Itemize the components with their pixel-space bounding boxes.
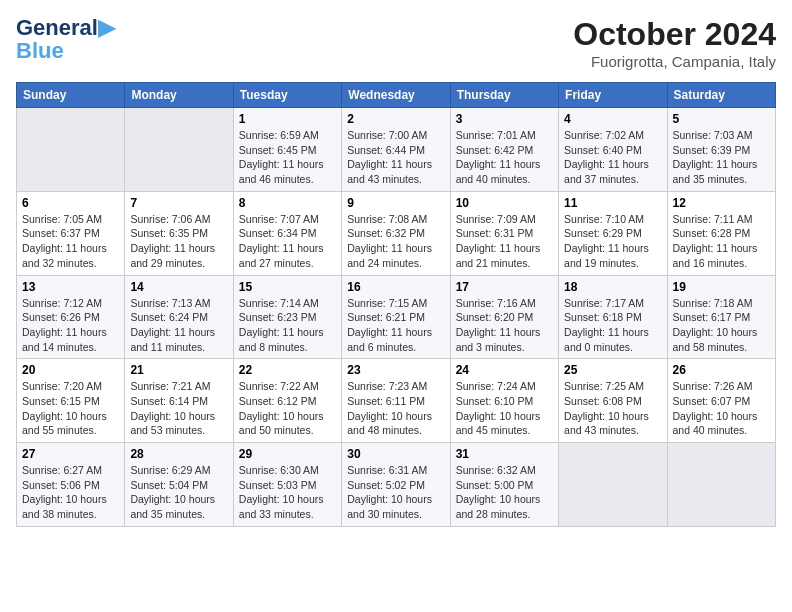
day-info: Sunrise: 6:29 AMSunset: 5:04 PMDaylight:…	[130, 463, 227, 522]
day-number: 26	[673, 363, 770, 377]
day-number: 16	[347, 280, 444, 294]
calendar-cell: 18Sunrise: 7:17 AMSunset: 6:18 PMDayligh…	[559, 275, 667, 359]
col-tuesday: Tuesday	[233, 83, 341, 108]
calendar-cell: 17Sunrise: 7:16 AMSunset: 6:20 PMDayligh…	[450, 275, 558, 359]
calendar-cell: 1Sunrise: 6:59 AMSunset: 6:45 PMDaylight…	[233, 108, 341, 192]
day-number: 10	[456, 196, 553, 210]
month-title: October 2024	[573, 16, 776, 53]
day-number: 4	[564, 112, 661, 126]
calendar-cell: 10Sunrise: 7:09 AMSunset: 6:31 PMDayligh…	[450, 191, 558, 275]
calendar-cell: 5Sunrise: 7:03 AMSunset: 6:39 PMDaylight…	[667, 108, 775, 192]
calendar-cell: 13Sunrise: 7:12 AMSunset: 6:26 PMDayligh…	[17, 275, 125, 359]
day-number: 13	[22, 280, 119, 294]
day-info: Sunrise: 7:13 AMSunset: 6:24 PMDaylight:…	[130, 296, 227, 355]
calendar-cell: 12Sunrise: 7:11 AMSunset: 6:28 PMDayligh…	[667, 191, 775, 275]
day-info: Sunrise: 6:30 AMSunset: 5:03 PMDaylight:…	[239, 463, 336, 522]
calendar-cell: 2Sunrise: 7:00 AMSunset: 6:44 PMDaylight…	[342, 108, 450, 192]
day-info: Sunrise: 7:00 AMSunset: 6:44 PMDaylight:…	[347, 128, 444, 187]
calendar-table: Sunday Monday Tuesday Wednesday Thursday…	[16, 82, 776, 527]
day-info: Sunrise: 7:16 AMSunset: 6:20 PMDaylight:…	[456, 296, 553, 355]
col-thursday: Thursday	[450, 83, 558, 108]
calendar-week-2: 6Sunrise: 7:05 AMSunset: 6:37 PMDaylight…	[17, 191, 776, 275]
calendar-cell: 4Sunrise: 7:02 AMSunset: 6:40 PMDaylight…	[559, 108, 667, 192]
col-monday: Monday	[125, 83, 233, 108]
day-info: Sunrise: 7:07 AMSunset: 6:34 PMDaylight:…	[239, 212, 336, 271]
location-title: Fuorigrotta, Campania, Italy	[573, 53, 776, 70]
calendar-cell: 24Sunrise: 7:24 AMSunset: 6:10 PMDayligh…	[450, 359, 558, 443]
day-info: Sunrise: 7:02 AMSunset: 6:40 PMDaylight:…	[564, 128, 661, 187]
day-number: 1	[239, 112, 336, 126]
calendar-cell: 28Sunrise: 6:29 AMSunset: 5:04 PMDayligh…	[125, 443, 233, 527]
col-friday: Friday	[559, 83, 667, 108]
calendar-cell: 27Sunrise: 6:27 AMSunset: 5:06 PMDayligh…	[17, 443, 125, 527]
day-number: 24	[456, 363, 553, 377]
day-info: Sunrise: 6:27 AMSunset: 5:06 PMDaylight:…	[22, 463, 119, 522]
day-info: Sunrise: 7:11 AMSunset: 6:28 PMDaylight:…	[673, 212, 770, 271]
day-info: Sunrise: 7:01 AMSunset: 6:42 PMDaylight:…	[456, 128, 553, 187]
logo: General▶ Blue	[16, 16, 115, 64]
day-number: 8	[239, 196, 336, 210]
day-info: Sunrise: 7:18 AMSunset: 6:17 PMDaylight:…	[673, 296, 770, 355]
logo-blue-text: Blue	[16, 38, 64, 64]
col-wednesday: Wednesday	[342, 83, 450, 108]
day-number: 31	[456, 447, 553, 461]
calendar-week-1: 1Sunrise: 6:59 AMSunset: 6:45 PMDaylight…	[17, 108, 776, 192]
calendar-cell: 6Sunrise: 7:05 AMSunset: 6:37 PMDaylight…	[17, 191, 125, 275]
day-info: Sunrise: 7:12 AMSunset: 6:26 PMDaylight:…	[22, 296, 119, 355]
col-sunday: Sunday	[17, 83, 125, 108]
calendar-cell: 20Sunrise: 7:20 AMSunset: 6:15 PMDayligh…	[17, 359, 125, 443]
day-info: Sunrise: 7:14 AMSunset: 6:23 PMDaylight:…	[239, 296, 336, 355]
day-number: 19	[673, 280, 770, 294]
day-info: Sunrise: 7:23 AMSunset: 6:11 PMDaylight:…	[347, 379, 444, 438]
calendar-cell: 21Sunrise: 7:21 AMSunset: 6:14 PMDayligh…	[125, 359, 233, 443]
day-number: 23	[347, 363, 444, 377]
day-info: Sunrise: 7:20 AMSunset: 6:15 PMDaylight:…	[22, 379, 119, 438]
calendar-cell: 14Sunrise: 7:13 AMSunset: 6:24 PMDayligh…	[125, 275, 233, 359]
day-info: Sunrise: 7:05 AMSunset: 6:37 PMDaylight:…	[22, 212, 119, 271]
day-info: Sunrise: 6:32 AMSunset: 5:00 PMDaylight:…	[456, 463, 553, 522]
calendar-week-4: 20Sunrise: 7:20 AMSunset: 6:15 PMDayligh…	[17, 359, 776, 443]
day-info: Sunrise: 7:06 AMSunset: 6:35 PMDaylight:…	[130, 212, 227, 271]
calendar-cell	[559, 443, 667, 527]
calendar-cell: 19Sunrise: 7:18 AMSunset: 6:17 PMDayligh…	[667, 275, 775, 359]
calendar-cell: 8Sunrise: 7:07 AMSunset: 6:34 PMDaylight…	[233, 191, 341, 275]
calendar-week-3: 13Sunrise: 7:12 AMSunset: 6:26 PMDayligh…	[17, 275, 776, 359]
day-number: 15	[239, 280, 336, 294]
calendar-cell: 26Sunrise: 7:26 AMSunset: 6:07 PMDayligh…	[667, 359, 775, 443]
day-info: Sunrise: 7:15 AMSunset: 6:21 PMDaylight:…	[347, 296, 444, 355]
day-info: Sunrise: 7:09 AMSunset: 6:31 PMDaylight:…	[456, 212, 553, 271]
calendar-cell: 15Sunrise: 7:14 AMSunset: 6:23 PMDayligh…	[233, 275, 341, 359]
day-number: 22	[239, 363, 336, 377]
day-info: Sunrise: 7:26 AMSunset: 6:07 PMDaylight:…	[673, 379, 770, 438]
calendar-cell	[667, 443, 775, 527]
calendar-cell: 23Sunrise: 7:23 AMSunset: 6:11 PMDayligh…	[342, 359, 450, 443]
calendar-cell: 9Sunrise: 7:08 AMSunset: 6:32 PMDaylight…	[342, 191, 450, 275]
calendar-cell: 16Sunrise: 7:15 AMSunset: 6:21 PMDayligh…	[342, 275, 450, 359]
day-info: Sunrise: 7:10 AMSunset: 6:29 PMDaylight:…	[564, 212, 661, 271]
day-info: Sunrise: 7:24 AMSunset: 6:10 PMDaylight:…	[456, 379, 553, 438]
day-number: 25	[564, 363, 661, 377]
calendar-cell: 31Sunrise: 6:32 AMSunset: 5:00 PMDayligh…	[450, 443, 558, 527]
header-row: Sunday Monday Tuesday Wednesday Thursday…	[17, 83, 776, 108]
day-info: Sunrise: 7:22 AMSunset: 6:12 PMDaylight:…	[239, 379, 336, 438]
day-number: 30	[347, 447, 444, 461]
calendar-cell: 3Sunrise: 7:01 AMSunset: 6:42 PMDaylight…	[450, 108, 558, 192]
day-number: 12	[673, 196, 770, 210]
day-number: 17	[456, 280, 553, 294]
day-number: 3	[456, 112, 553, 126]
day-info: Sunrise: 7:21 AMSunset: 6:14 PMDaylight:…	[130, 379, 227, 438]
calendar-cell	[17, 108, 125, 192]
day-number: 18	[564, 280, 661, 294]
calendar-week-5: 27Sunrise: 6:27 AMSunset: 5:06 PMDayligh…	[17, 443, 776, 527]
logo-text: General▶	[16, 16, 115, 40]
calendar-cell: 30Sunrise: 6:31 AMSunset: 5:02 PMDayligh…	[342, 443, 450, 527]
day-info: Sunrise: 6:31 AMSunset: 5:02 PMDaylight:…	[347, 463, 444, 522]
day-number: 7	[130, 196, 227, 210]
day-info: Sunrise: 7:03 AMSunset: 6:39 PMDaylight:…	[673, 128, 770, 187]
day-number: 29	[239, 447, 336, 461]
calendar-cell: 25Sunrise: 7:25 AMSunset: 6:08 PMDayligh…	[559, 359, 667, 443]
day-number: 21	[130, 363, 227, 377]
page-header: General▶ Blue October 2024 Fuorigrotta, …	[16, 16, 776, 70]
calendar-body: 1Sunrise: 6:59 AMSunset: 6:45 PMDaylight…	[17, 108, 776, 527]
day-number: 14	[130, 280, 227, 294]
